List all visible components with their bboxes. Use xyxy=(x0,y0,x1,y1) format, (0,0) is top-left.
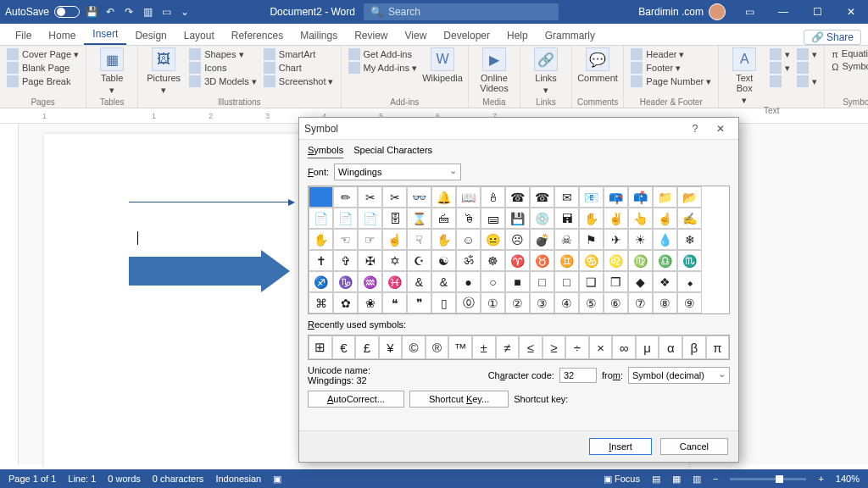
my-addins-button[interactable]: My Add-ins ▾ xyxy=(347,61,419,75)
symbol-cell[interactable]: 📄 xyxy=(309,208,333,229)
share-button[interactable]: 🔗 Share xyxy=(804,30,861,45)
recent-symbol-cell[interactable]: £ xyxy=(355,336,379,359)
recent-symbol-cell[interactable]: β xyxy=(682,336,706,359)
symbol-cell[interactable]: 🖴 xyxy=(481,208,505,229)
symbol-cell[interactable]: 🗄 xyxy=(382,208,407,229)
symbol-cell[interactable]: ♒ xyxy=(358,271,382,292)
tab-special-characters[interactable]: Special Characters xyxy=(353,145,432,158)
zoom-in-icon[interactable]: + xyxy=(818,474,823,484)
undo-icon[interactable]: ↶ xyxy=(103,5,117,19)
qa-icon[interactable]: ▥ xyxy=(141,5,154,19)
online-videos-button[interactable]: ▶Online Videos xyxy=(474,47,515,93)
symbol-cell[interactable]: ☠ xyxy=(554,229,579,250)
menu-mailings[interactable]: Mailings xyxy=(292,26,346,45)
recent-symbol-cell[interactable]: α xyxy=(659,336,682,359)
symbol-cell[interactable]: ❖ xyxy=(653,271,677,292)
symbol-cell[interactable]: ✍ xyxy=(677,208,702,229)
shapes-button[interactable]: Shapes ▾ xyxy=(187,47,259,61)
symbol-cell[interactable]: ♊ xyxy=(554,250,579,271)
symbol-cell[interactable]: ◆ xyxy=(628,271,653,292)
zoom-value[interactable]: 140% xyxy=(836,474,860,484)
symbol-cell[interactable]: ✿ xyxy=(333,292,358,313)
symbol-cell[interactable]: ⑦ xyxy=(628,292,653,313)
menu-developer[interactable]: Developer xyxy=(435,26,498,45)
symbol-cell[interactable]: ☪ xyxy=(407,250,431,271)
symbol-cell[interactable]: ✡ xyxy=(382,250,407,271)
close-icon[interactable]: ✕ xyxy=(834,0,868,24)
font-select[interactable]: Wingdings xyxy=(334,164,461,180)
symbol-cell[interactable]: ☞ xyxy=(358,229,382,250)
symbol-cell[interactable]: ✋ xyxy=(309,229,333,250)
symbol-cell[interactable]: ♍ xyxy=(628,250,653,271)
symbol-cell[interactable]: ♑ xyxy=(333,271,358,292)
symbol-cell[interactable]: ♓ xyxy=(382,271,407,292)
menu-references[interactable]: References xyxy=(223,26,292,45)
symbol-cell[interactable]: ⓪ xyxy=(456,292,481,313)
autosave-toggle[interactable] xyxy=(54,6,80,18)
autocorrect-button[interactable]: AutoCorrect... xyxy=(308,391,404,408)
menu-layout[interactable]: Layout xyxy=(175,26,223,45)
symbol-cell[interactable]: ❒ xyxy=(604,271,628,292)
chart-button[interactable]: Chart xyxy=(262,61,336,75)
menu-home[interactable]: Home xyxy=(40,26,84,45)
symbol-cell[interactable]: ❑ xyxy=(579,271,604,292)
menu-grammarly[interactable]: Grammarly xyxy=(537,26,604,45)
symbol-cell[interactable]: ♏ xyxy=(677,250,702,271)
symbol-cell[interactable]: ⑧ xyxy=(653,292,677,313)
page-break-button[interactable]: Page Break xyxy=(5,75,81,88)
symbol-cell[interactable]: ✈ xyxy=(604,229,628,250)
symbol-cell[interactable]: ♉ xyxy=(530,250,554,271)
status-lang[interactable]: Indonesian xyxy=(215,474,261,484)
symbol-cell[interactable]: & xyxy=(407,271,431,292)
symbol-cell[interactable]: ✠ xyxy=(358,250,382,271)
view-icon[interactable]: ▦ xyxy=(672,474,681,485)
status-chars[interactable]: 0 characters xyxy=(153,474,204,484)
symbol-cell[interactable]: ♎ xyxy=(653,250,677,271)
vertical-ruler[interactable] xyxy=(0,124,19,464)
symbol-cell[interactable]: ✝ xyxy=(309,250,333,271)
smartart-button[interactable]: SmartArt xyxy=(262,47,336,61)
symbol-cell[interactable]: 🖰 xyxy=(456,208,481,229)
symbol-cell[interactable]: ▯ xyxy=(431,292,456,313)
status-line[interactable]: Line: 1 xyxy=(68,474,96,484)
zoom-out-icon[interactable]: − xyxy=(713,474,718,484)
from-select[interactable]: Symbol (decimal) xyxy=(628,367,730,384)
symbol-button[interactable]: Ω Symbol ▾ xyxy=(830,60,868,73)
symbol-cell[interactable]: ⌛ xyxy=(407,208,431,229)
menu-insert[interactable]: Insert xyxy=(84,25,126,45)
symbol-cell[interactable]: ⑥ xyxy=(604,292,628,313)
symbol-cell[interactable]: ✌ xyxy=(604,208,628,229)
symbol-cell[interactable]: ☎ xyxy=(530,186,554,208)
symbol-cell[interactable]: ☝ xyxy=(382,229,407,250)
screenshot-button[interactable]: Screenshot ▾ xyxy=(262,75,336,88)
symbol-cell[interactable]: ♐ xyxy=(309,271,333,292)
symbol-cell[interactable]: 💿 xyxy=(530,208,554,229)
recent-symbol-cell[interactable]: ≠ xyxy=(496,336,520,359)
avatar[interactable] xyxy=(709,3,726,20)
menu-help[interactable]: Help xyxy=(498,26,537,45)
symbol-cell[interactable]: ❀ xyxy=(358,292,382,313)
symbol-cell[interactable]: ✂ xyxy=(382,186,407,208)
symbol-cell[interactable]: 👓 xyxy=(407,186,431,208)
symbol-cell[interactable]: ❝ xyxy=(382,292,407,313)
insert-button[interactable]: Insert xyxy=(589,438,652,455)
thin-arrow-shape[interactable] xyxy=(129,202,290,202)
symbol-cell[interactable]: 😐 xyxy=(481,229,505,250)
recent-symbol-cell[interactable]: © xyxy=(402,336,426,359)
symbol-cell[interactable]: 📧 xyxy=(579,186,604,208)
recent-symbol-cell[interactable]: × xyxy=(589,336,613,359)
symbol-cell[interactable]: ♌ xyxy=(604,250,628,271)
wikipedia-button[interactable]: WWikipedia xyxy=(422,47,463,83)
symbol-cell[interactable]: 📖 xyxy=(456,186,481,208)
symbol-cell[interactable]: ❞ xyxy=(407,292,431,313)
comment-button[interactable]: 💬Comment xyxy=(577,47,618,83)
symbol-cell[interactable]: ☜ xyxy=(333,229,358,250)
menu-design[interactable]: Design xyxy=(126,26,175,45)
symbol-cell[interactable]: ✞ xyxy=(333,250,358,271)
menu-review[interactable]: Review xyxy=(346,26,396,45)
status-page[interactable]: Page 1 of 1 xyxy=(8,474,56,484)
symbol-cell[interactable]: 📁 xyxy=(653,186,677,208)
recent-symbol-cell[interactable]: ® xyxy=(426,336,449,359)
view-icon[interactable]: ▤ xyxy=(652,474,660,485)
symbol-cell[interactable]: 💧 xyxy=(653,229,677,250)
